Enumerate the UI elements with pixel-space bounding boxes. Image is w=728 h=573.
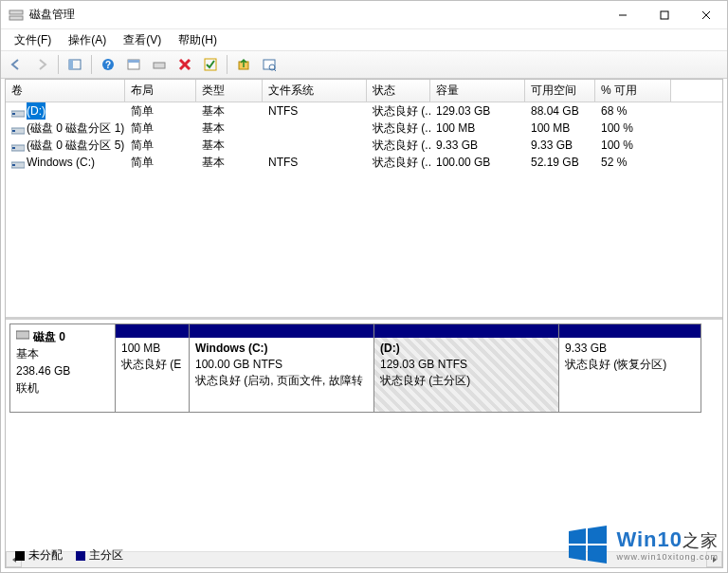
check-icon[interactable]	[199, 53, 222, 76]
volume-fs	[263, 137, 367, 154]
volume-status: 状态良好 (...	[367, 120, 430, 137]
properties-icon[interactable]	[258, 53, 281, 76]
toolbar-button[interactable]	[148, 53, 171, 76]
partition-size: 100 MB	[121, 341, 183, 357]
watermark-main: Win10	[616, 527, 682, 551]
volume-row[interactable]: (磁盘 0 磁盘分区 5)简单基本状态良好 (...9.33 GB9.33 GB…	[6, 137, 722, 154]
col-filesystem[interactable]: 文件系统	[263, 80, 367, 102]
disk-icon	[16, 328, 29, 345]
toolbar: ?	[1, 50, 727, 79]
volume-fs: NTFS	[263, 102, 367, 120]
volume-row[interactable]: (D:)简单基本NTFS状态良好 (...129.03 GB88.04 GB68…	[6, 102, 722, 120]
volume-free: 9.33 GB	[525, 137, 595, 154]
disk-type: 基本	[16, 345, 109, 362]
partition-label: Windows (C:)	[195, 341, 368, 357]
volume-fs	[263, 120, 367, 137]
help-icon[interactable]: ?	[97, 53, 119, 76]
volume-capacity: 9.33 GB	[430, 137, 525, 154]
partition-status: 状态良好 (主分区)	[380, 373, 553, 389]
svg-rect-7	[69, 60, 73, 69]
svg-rect-28	[16, 331, 29, 339]
svg-marker-30	[588, 526, 607, 544]
show-hide-button[interactable]	[64, 53, 86, 76]
svg-rect-12	[154, 63, 165, 68]
volume-capacity: 100 MB	[430, 120, 525, 137]
legend: 未分配 主分区	[15, 547, 123, 564]
toolbar-button[interactable]	[122, 53, 145, 76]
volume-layout: 简单	[125, 102, 196, 120]
volume-icon	[11, 123, 23, 133]
partition-label: (D:)	[380, 341, 553, 357]
partition-header	[116, 324, 189, 338]
legend-swatch-unallocated	[15, 551, 25, 561]
partition-header	[559, 324, 701, 338]
content-pane: 卷 布局 类型 文件系统 状态 容量 可用空间 % 可用 (D:)简单基本NTF…	[5, 79, 723, 568]
partition[interactable]: (D:)129.03 GB NTFS状态良好 (主分区)	[374, 323, 559, 413]
menubar: 文件(F) 操作(A) 查看(V) 帮助(H)	[1, 29, 727, 50]
toolbar-separator	[58, 55, 59, 74]
volume-type: 基本	[196, 102, 263, 120]
legend-unallocated: 未分配	[28, 547, 63, 564]
watermark: Win10之家 www.win10xitong.com	[567, 524, 719, 565]
partition[interactable]: Windows (C:)100.00 GB NTFS状态良好 (启动, 页面文件…	[190, 323, 374, 413]
col-volume[interactable]: 卷	[6, 80, 125, 102]
toolbar-separator	[91, 55, 92, 74]
volume-icon	[11, 106, 23, 116]
col-percent[interactable]: % 可用	[595, 80, 671, 102]
disk-online: 联机	[16, 379, 109, 397]
partition-size: 129.03 GB NTFS	[380, 357, 553, 373]
partition-status: 状态良好 (E	[121, 357, 183, 373]
col-layout[interactable]: 布局	[125, 80, 196, 102]
partition[interactable]: 100 MB状态良好 (E	[116, 323, 190, 413]
volume-status: 状态良好 (...	[367, 137, 430, 154]
volume-type: 基本	[196, 137, 263, 154]
disk-row: 磁盘 0 基本 238.46 GB 联机 100 MB状态良好 (EWindow…	[9, 323, 719, 413]
volume-type: 基本	[196, 154, 263, 171]
volume-layout: 简单	[125, 120, 196, 137]
minimize-button[interactable]	[602, 1, 644, 28]
back-button[interactable]	[5, 53, 27, 76]
volume-row[interactable]: (磁盘 0 磁盘分区 1)简单基本状态良好 (...100 MB100 MB10…	[6, 120, 722, 137]
forward-button[interactable]	[30, 53, 53, 76]
disk-info[interactable]: 磁盘 0 基本 238.46 GB 联机	[9, 323, 116, 413]
close-button[interactable]	[685, 1, 727, 28]
titlebar: 磁盘管理	[1, 1, 727, 29]
partition[interactable]: 9.33 GB状态良好 (恢复分区)	[559, 323, 701, 413]
legend-swatch-primary	[76, 551, 85, 561]
delete-icon[interactable]	[173, 53, 196, 76]
volume-fs: NTFS	[263, 154, 367, 171]
volume-free: 88.04 GB	[525, 102, 595, 120]
svg-rect-21	[12, 113, 15, 115]
windows-logo-icon	[567, 524, 609, 565]
maximize-button[interactable]	[644, 1, 685, 28]
menu-file[interactable]: 文件(F)	[7, 30, 59, 50]
menu-action[interactable]: 操作(A)	[61, 30, 114, 50]
svg-rect-1	[9, 16, 23, 20]
menu-help[interactable]: 帮助(H)	[171, 30, 225, 50]
toolbar-button[interactable]	[232, 53, 255, 76]
svg-marker-31	[569, 545, 586, 561]
volume-row[interactable]: Windows (C:)简单基本NTFS状态良好 (...100.00 GB52…	[6, 154, 722, 171]
volume-percent: 100 %	[595, 120, 671, 137]
svg-marker-32	[588, 545, 607, 564]
window-title: 磁盘管理	[29, 7, 602, 23]
volume-icon	[11, 140, 23, 150]
volume-name: (D:)	[27, 102, 46, 120]
svg-rect-27	[12, 164, 15, 166]
svg-rect-3	[661, 11, 668, 19]
partition-size: 100.00 GB NTFS	[195, 357, 368, 373]
column-headers: 卷 布局 类型 文件系统 状态 容量 可用空间 % 可用	[6, 80, 722, 102]
svg-rect-23	[12, 130, 15, 132]
volume-status: 状态良好 (...	[367, 154, 430, 171]
volumes-list: 卷 布局 类型 文件系统 状态 容量 可用空间 % 可用 (D:)简单基本NTF…	[6, 80, 722, 317]
col-type[interactable]: 类型	[196, 80, 263, 102]
col-status[interactable]: 状态	[367, 80, 430, 102]
col-capacity[interactable]: 容量	[430, 80, 525, 102]
volume-free: 52.19 GB	[525, 154, 595, 171]
col-free[interactable]: 可用空间	[525, 80, 595, 102]
svg-rect-11	[128, 60, 139, 63]
svg-rect-0	[9, 10, 23, 14]
menu-view[interactable]: 查看(V)	[116, 30, 169, 50]
svg-rect-25	[12, 147, 15, 149]
legend-primary: 主分区	[89, 547, 123, 564]
